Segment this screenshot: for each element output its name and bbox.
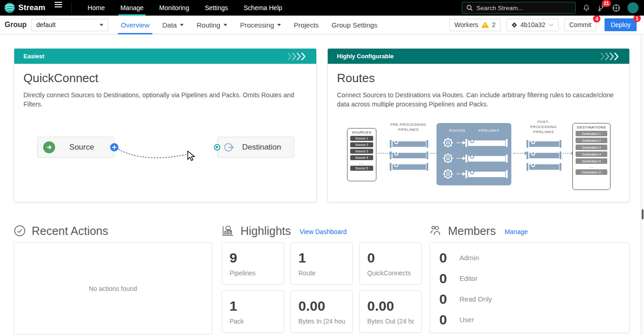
global-search[interactable] bbox=[462, 2, 576, 14]
stat-card-pipelines: 9 Pipelines bbox=[222, 242, 284, 285]
pipeline-pipe bbox=[390, 151, 428, 159]
version-select[interactable]: 4b10a32 bbox=[506, 19, 559, 31]
destination-chip: Destination D bbox=[576, 169, 607, 175]
highlights-title: Highlights bbox=[241, 224, 291, 238]
tab-processing[interactable]: Processing bbox=[234, 16, 287, 34]
pipeline-pipe bbox=[390, 140, 428, 148]
source-chip: Source 5 bbox=[350, 166, 373, 171]
pipeline-pipe bbox=[526, 140, 561, 148]
member-row-admin: 0 Admin bbox=[439, 247, 620, 268]
pipeline-pipe bbox=[390, 163, 428, 171]
nav-item-home[interactable]: Home bbox=[80, 0, 112, 16]
ellipsis: ... bbox=[576, 165, 607, 168]
destination-chip: Destination 2 bbox=[576, 138, 607, 143]
gear-icon bbox=[441, 136, 455, 150]
brand-logo[interactable]: Stream bbox=[0, 0, 45, 16]
dotted-arrow-icon bbox=[457, 142, 463, 143]
group-tabs: Overview Data Routing Processing Project… bbox=[114, 16, 384, 34]
post-processing-label: POST- PROCESSING PIPELINES bbox=[524, 120, 563, 134]
pipeline-pipe bbox=[465, 155, 508, 162]
manage-members-link[interactable]: Manage bbox=[504, 228, 528, 235]
nav-item-schema-help[interactable]: Schema Help bbox=[236, 0, 290, 16]
nav-item-settings[interactable]: Settings bbox=[197, 0, 236, 16]
pre-processing-label: PRE-PROCESSING PIPELINES bbox=[386, 123, 431, 133]
diagram-sources-box: SOURCES Source 1 Source 2 Source 3 Sourc… bbox=[347, 128, 376, 181]
chart-magnifier-icon bbox=[222, 225, 235, 237]
vertical-scrollbar[interactable] bbox=[641, 34, 644, 335]
recent-actions-panel: No actions found bbox=[14, 242, 212, 335]
pipeline-pipe bbox=[526, 151, 561, 159]
commit-button[interactable]: Commit bbox=[564, 19, 596, 31]
quickconnect-card[interactable]: Easiest QuickConnect Directly connect So… bbox=[14, 48, 317, 202]
tab-group-settings[interactable]: Group Settings bbox=[325, 16, 384, 34]
workers-button[interactable]: Workers 2 bbox=[449, 19, 501, 31]
scrollbar-thumb[interactable] bbox=[642, 209, 644, 219]
destination-node[interactable]: Destination bbox=[217, 137, 294, 158]
hamburger-menu-icon[interactable] bbox=[53, 0, 64, 16]
source-arrow-icon bbox=[43, 141, 55, 153]
ellipsis: ... bbox=[350, 162, 373, 164]
commit-badge: 4 bbox=[593, 15, 600, 22]
destination-arrow-icon bbox=[223, 141, 235, 153]
routes-ribbon: Highly Configurable bbox=[328, 49, 629, 64]
caret-down-icon bbox=[100, 24, 103, 26]
brand-name: Stream bbox=[18, 3, 45, 12]
tab-projects[interactable]: Projects bbox=[287, 16, 325, 34]
git-branch-icon[interactable]: 21 bbox=[597, 4, 605, 12]
commit-diamond-icon bbox=[511, 22, 517, 28]
warning-triangle-icon bbox=[482, 22, 489, 28]
gear-icon bbox=[441, 167, 455, 181]
stat-card-bytes-in: 0.00 Bytes In (24 hours) bbox=[291, 290, 353, 333]
version-hash: 4b10a32 bbox=[521, 21, 546, 28]
nav-item-monitoring[interactable]: Monitoring bbox=[151, 0, 197, 16]
top-nav-items: Home Manage Monitoring Settings Schema H… bbox=[80, 0, 290, 16]
notifications-bell-icon[interactable] bbox=[582, 4, 590, 12]
tab-routing[interactable]: Routing bbox=[190, 16, 234, 34]
nav-item-manage[interactable]: Manage bbox=[112, 0, 151, 16]
community-icon[interactable] bbox=[612, 4, 621, 12]
members-people-icon bbox=[430, 225, 442, 237]
user-avatar[interactable] bbox=[627, 2, 638, 13]
stat-card-bytes-out: 0.00 Bytes Out (24 ho... bbox=[359, 290, 422, 333]
tab-overview[interactable]: Overview bbox=[114, 16, 156, 34]
caret-down-icon bbox=[224, 24, 227, 26]
quickconnect-description: Directly connect Sources to Destinations… bbox=[23, 90, 307, 109]
destination-node-label: Destination bbox=[235, 143, 288, 152]
member-row-editor: 0 Editor bbox=[439, 268, 620, 289]
diagram-routes-box: ROUTES PIPELINES bbox=[437, 123, 511, 185]
search-input[interactable] bbox=[476, 5, 571, 11]
stat-card-quickconnects: 0 QuickConnects bbox=[359, 242, 422, 285]
diagram-destinations-box: DESTINATIONS Destination 1 Destination 2… bbox=[572, 123, 610, 190]
tab-data[interactable]: Data bbox=[156, 16, 190, 34]
group-select-value: default bbox=[36, 21, 56, 28]
chevron-down-icon bbox=[549, 23, 554, 27]
routes-title: Routes bbox=[337, 71, 620, 85]
source-chip: Source 4 bbox=[350, 155, 373, 160]
mouse-cursor bbox=[187, 151, 196, 162]
chevrons-right-icon bbox=[287, 52, 307, 61]
destination-chip: Destination 1 bbox=[576, 131, 607, 136]
quickconnect-ribbon: Easiest bbox=[14, 49, 316, 64]
destination-chip: Destination 5 bbox=[576, 158, 607, 164]
group-select[interactable]: default bbox=[31, 19, 108, 31]
pipeline-pipe bbox=[465, 139, 508, 147]
add-connection-icon[interactable] bbox=[110, 143, 118, 151]
stat-card-packs: 1 Pack bbox=[222, 290, 284, 333]
source-chip: Source 3 bbox=[350, 149, 373, 154]
members-title: Members bbox=[448, 224, 496, 238]
branch-badge: 21 bbox=[602, 0, 611, 7]
source-node[interactable]: Source bbox=[37, 137, 114, 158]
routes-card[interactable]: Highly Configurable Routes Connect Sourc… bbox=[327, 48, 630, 202]
connection-port-dot[interactable] bbox=[214, 144, 220, 151]
destination-chip: Destination 3 bbox=[576, 145, 607, 150]
caret-down-icon bbox=[277, 24, 281, 26]
empty-state-text: No actions found bbox=[89, 285, 137, 292]
source-chip: Source 2 bbox=[350, 142, 373, 147]
view-dashboard-link[interactable]: View Dashboard bbox=[300, 228, 347, 235]
dotted-arrow-icon bbox=[513, 153, 525, 154]
workers-count: 2 bbox=[492, 21, 496, 28]
source-chip: Source 1 bbox=[350, 136, 373, 141]
circle-check-icon bbox=[14, 225, 26, 237]
recent-actions-header: Recent Actions bbox=[14, 223, 108, 238]
deploy-button[interactable]: Deploy bbox=[605, 18, 637, 31]
